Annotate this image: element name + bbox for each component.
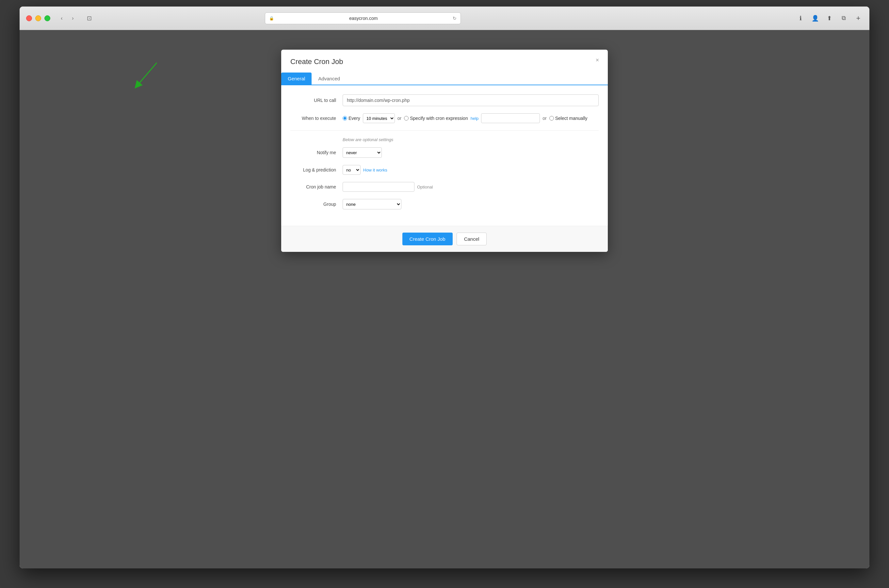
modal-overlay: Create Cron Job × General Advanced URL t… (19, 30, 870, 568)
log-row: Log & prediction no yes How it works (290, 165, 599, 175)
modal-dialog: Create Cron Job × General Advanced URL t… (281, 50, 608, 252)
lock-icon: 🔒 (269, 16, 274, 21)
maximize-button[interactable] (44, 15, 50, 21)
url-control (343, 94, 599, 106)
log-select[interactable]: no yes (343, 165, 361, 175)
nav-buttons: ‹ › (57, 14, 78, 23)
notify-select[interactable]: never on failure always (343, 147, 382, 158)
cron-expression-input[interactable] (481, 113, 540, 123)
group-select[interactable]: none (343, 199, 402, 209)
close-button[interactable] (26, 15, 32, 21)
tab-general[interactable]: General (281, 72, 312, 85)
duplicate-icon[interactable]: ⧉ (840, 14, 849, 23)
every-radio-label[interactable]: Every (343, 116, 360, 121)
when-row: When to execute Every 10 minutes 1 minut… (290, 113, 599, 123)
url-row: URL to call (290, 94, 599, 106)
modal-title: Create Cron Job (290, 57, 599, 66)
sidebar-toggle[interactable]: ⊡ (84, 14, 94, 23)
how-it-works-link[interactable]: How it works (363, 168, 387, 172)
url-bar[interactable]: 🔒 easycron.com ↻ (265, 12, 461, 24)
name-label: Cron job name (290, 184, 343, 189)
url-label: URL to call (290, 98, 343, 103)
manual-radio[interactable] (549, 116, 554, 120)
group-label: Group (290, 201, 343, 207)
notify-row: Notify me never on failure always (290, 147, 599, 158)
info-icon[interactable]: ℹ (796, 14, 805, 23)
name-control: Optional (343, 182, 599, 192)
log-label: Log & prediction (290, 167, 343, 172)
cancel-button[interactable]: Cancel (457, 232, 487, 245)
name-input[interactable] (343, 182, 414, 192)
notify-control: never on failure always (343, 147, 599, 158)
cron-radio-label[interactable]: Specify with cron expression (404, 116, 468, 121)
page-bg: Create Cron Job × General Advanced URL t… (19, 30, 870, 568)
create-cron-button[interactable]: Create Cron Job (402, 232, 453, 245)
minimize-button[interactable] (35, 15, 41, 21)
log-control: no yes How it works (343, 165, 599, 175)
every-text: Every (348, 116, 360, 121)
tab-advanced[interactable]: Advanced (312, 72, 346, 85)
when-control: Every 10 minutes 1 minute 5 minutes 15 m… (343, 113, 599, 123)
select-manually-text: Select manually (555, 116, 588, 121)
modal-body: URL to call When to execute Every (281, 85, 608, 226)
profile-icon[interactable]: 👤 (811, 14, 820, 23)
modal-header: Create Cron Job × (281, 50, 608, 66)
share-icon[interactable]: ⬆ (825, 14, 834, 23)
group-control: none (343, 199, 599, 209)
forward-button[interactable]: › (68, 14, 78, 23)
optional-text: Optional (417, 184, 433, 189)
url-input[interactable] (343, 94, 599, 106)
url-display: easycron.com (277, 16, 450, 21)
back-button[interactable]: ‹ (57, 14, 67, 23)
title-bar: ‹ › ⊡ 🔒 easycron.com ↻ ℹ 👤 ⬆ ⧉ + (19, 6, 870, 30)
group-row: Group none (290, 199, 599, 209)
cron-help-link[interactable]: help (471, 116, 479, 121)
modal-close-button[interactable]: × (594, 56, 601, 64)
when-label: When to execute (290, 116, 343, 121)
or-text-1: or (397, 116, 402, 121)
modal-footer: Create Cron Job Cancel (281, 226, 608, 252)
modal-tabs: General Advanced (281, 72, 608, 85)
name-row: Cron job name Optional (290, 182, 599, 192)
interval-select[interactable]: 10 minutes 1 minute 5 minutes 15 minutes… (363, 113, 395, 123)
cron-label-text: Specify with cron expression (410, 116, 468, 121)
reload-icon[interactable]: ↻ (453, 16, 457, 21)
browser-window: ‹ › ⊡ 🔒 easycron.com ↻ ℹ 👤 ⬆ ⧉ + Create … (19, 6, 870, 568)
cron-radio[interactable] (404, 116, 409, 120)
add-tab-icon[interactable]: + (854, 14, 863, 23)
or-text-2: or (543, 116, 546, 121)
every-radio[interactable] (343, 116, 347, 120)
traffic-lights (26, 15, 50, 21)
toolbar-right: ℹ 👤 ⬆ ⧉ + (796, 14, 863, 23)
notify-label: Notify me (290, 150, 343, 155)
manual-radio-label[interactable]: Select manually (549, 116, 588, 121)
optional-note: Below are optional settings (290, 137, 599, 142)
